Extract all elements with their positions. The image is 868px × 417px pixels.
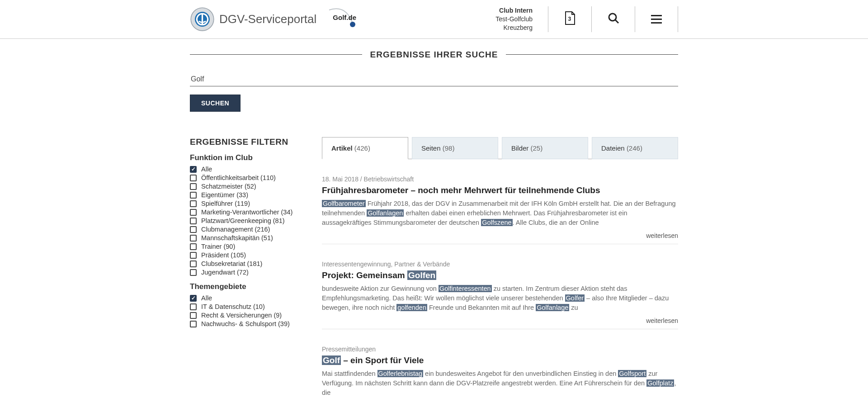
filter-label: Eigentümer (33): [201, 191, 248, 199]
filter-item[interactable]: Recht & Versicherungen (9): [190, 311, 304, 320]
filter-item[interactable]: IT & Datenschutz (10): [190, 303, 304, 311]
club-label: Club Intern: [495, 6, 533, 15]
tab-count: (25): [531, 144, 543, 152]
checkbox-icon[interactable]: [190, 218, 197, 224]
checkbox-icon[interactable]: [190, 303, 197, 310]
filter-item[interactable]: Trainer (90): [190, 242, 304, 251]
tab-label: Seiten: [421, 144, 443, 152]
svg-line-4: [615, 20, 618, 23]
checkbox-icon[interactable]: [190, 200, 197, 207]
result-title[interactable]: Frühjahresbarometer – noch mehr Mehrwert…: [322, 185, 678, 195]
filter-label: Jugendwart (72): [201, 269, 249, 276]
club-city: Kreuzberg: [495, 24, 533, 32]
checkbox-icon[interactable]: [190, 321, 197, 327]
filter-item[interactable]: Mannschaftskapitän (51): [190, 234, 304, 242]
filter-label: Alle: [201, 166, 212, 173]
search-button[interactable]: [591, 6, 635, 32]
header-bar: DGV-Serviceportal Golf.de Club Intern Te…: [0, 0, 868, 39]
checkbox-icon[interactable]: [190, 235, 197, 242]
tab-label: Dateien: [601, 144, 627, 152]
svg-point-3: [609, 14, 616, 21]
document-count: 3: [568, 16, 571, 22]
portal-title: DGV-Serviceportal: [219, 12, 316, 26]
dgv-logo-icon: [190, 7, 215, 32]
filter-item[interactable]: Eigentümer (33): [190, 191, 304, 199]
filter-item[interactable]: Öffentlichkeitsarbeit (110): [190, 174, 304, 182]
filter-item[interactable]: Präsident (105): [190, 251, 304, 260]
filter-label: Platzwart/Greenkeeping (81): [201, 217, 285, 224]
filter-sidebar: ERGEBNISSE FILTERN Funktion im ClubAlleÖ…: [190, 137, 304, 328]
filter-item[interactable]: Schatzmeister (52): [190, 182, 304, 191]
filter-item[interactable]: Nachwuchs- & Schulsport (39): [190, 320, 304, 328]
filter-item[interactable]: Marketing-Verantwortlicher (34): [190, 208, 304, 217]
page-title: ERGEBNISSE IHRER SUCHE: [362, 50, 506, 60]
checkbox-icon[interactable]: [190, 226, 197, 233]
filter-group-title: Themengebiete: [190, 282, 304, 291]
filter-label: Spielführer (119): [201, 200, 250, 207]
filter-heading: ERGEBNISSE FILTERN: [190, 137, 304, 147]
results-heading: ERGEBNISSE IHRER SUCHE: [190, 50, 678, 60]
tab-label: Artikel: [331, 144, 354, 152]
filter-item[interactable]: Alle: [190, 165, 304, 174]
tab-artikel[interactable]: Artikel (426): [322, 137, 408, 159]
checkbox-icon[interactable]: [190, 183, 197, 190]
filter-label: Alle: [201, 294, 212, 302]
filter-label: Öffentlichkeitsarbeit (110): [201, 174, 276, 181]
read-more-link[interactable]: weiterlesen: [322, 232, 678, 239]
result-snippet: Golfbarometer Frühjahr 2018, das der DGV…: [322, 199, 678, 227]
read-more-link[interactable]: weiterlesen: [322, 317, 678, 324]
documents-button[interactable]: 3: [548, 6, 591, 32]
search-input[interactable]: [190, 72, 678, 86]
checkbox-icon[interactable]: [190, 243, 197, 250]
checkbox-icon[interactable]: [190, 166, 197, 173]
filter-group-title: Funktion im Club: [190, 153, 304, 162]
filter-label: Clubmanagement (216): [201, 226, 270, 233]
tab-seiten[interactable]: Seiten (98): [412, 137, 498, 159]
search-icon: [608, 12, 619, 26]
filter-item[interactable]: Jugendwart (72): [190, 268, 304, 277]
golfde-logo[interactable]: Golf.de: [327, 7, 356, 31]
svg-point-2: [350, 22, 355, 27]
filter-item[interactable]: Clubmanagement (216): [190, 225, 304, 234]
result-meta: Interessentengewinnung, Partner & Verbän…: [322, 261, 678, 268]
filter-item[interactable]: Platzwart/Greenkeeping (81): [190, 217, 304, 225]
club-name: Test-Golfclub: [495, 15, 533, 24]
checkbox-icon[interactable]: [190, 175, 197, 181]
menu-button[interactable]: [635, 6, 678, 32]
checkbox-icon[interactable]: [190, 269, 197, 276]
search-result: Interessentengewinnung, Partner & Verbän…: [322, 261, 678, 329]
tab-count: (426): [354, 144, 370, 152]
result-meta: 18. Mai 2018 / Betriebswirtschaft: [322, 175, 678, 183]
filter-item[interactable]: Spielführer (119): [190, 199, 304, 208]
tab-count: (246): [627, 144, 642, 152]
filter-label: Präsident (105): [201, 251, 246, 259]
result-title[interactable]: Golf – ein Sport für Viele: [322, 355, 678, 365]
filter-label: Schatzmeister (52): [201, 183, 256, 190]
checkbox-icon[interactable]: [190, 295, 197, 302]
tab-dateien[interactable]: Dateien (246): [592, 137, 678, 159]
result-meta: Pressemitteilungen: [322, 346, 678, 353]
filter-label: Recht & Versicherungen (9): [201, 312, 282, 319]
result-snippet: Mai stattfindenden Golferlebnistag ein b…: [322, 369, 678, 398]
filter-label: Mannschaftskapitän (51): [201, 234, 273, 242]
checkbox-icon[interactable]: [190, 252, 197, 259]
filter-label: Clubsekretariat (181): [201, 260, 262, 267]
filter-item[interactable]: Alle: [190, 294, 304, 303]
result-snippet: bundesweite Aktion zur Gewinnung von Gol…: [322, 284, 678, 313]
result-tabs: Artikel (426)Seiten (98)Bilder (25)Datei…: [322, 137, 678, 159]
checkbox-icon[interactable]: [190, 261, 197, 267]
search-submit-button[interactable]: SUCHEN: [190, 95, 241, 112]
checkbox-icon[interactable]: [190, 192, 197, 199]
tab-label: Bilder: [511, 144, 531, 152]
result-title[interactable]: Projekt: Gemeinsam Golfen: [322, 270, 678, 280]
checkbox-icon[interactable]: [190, 209, 197, 216]
tab-count: (98): [443, 144, 455, 152]
search-result: PressemitteilungenGolf – ein Sport für V…: [322, 346, 678, 402]
filter-item[interactable]: Clubsekretariat (181): [190, 260, 304, 268]
portal-logo[interactable]: DGV-Serviceportal: [190, 7, 316, 32]
tab-bilder[interactable]: Bilder (25): [502, 137, 588, 159]
checkbox-icon[interactable]: [190, 312, 197, 319]
document-icon: 3: [564, 11, 576, 27]
filter-label: Nachwuchs- & Schulsport (39): [201, 320, 290, 327]
search-result: 18. Mai 2018 / BetriebswirtschaftFrühjah…: [322, 175, 678, 244]
